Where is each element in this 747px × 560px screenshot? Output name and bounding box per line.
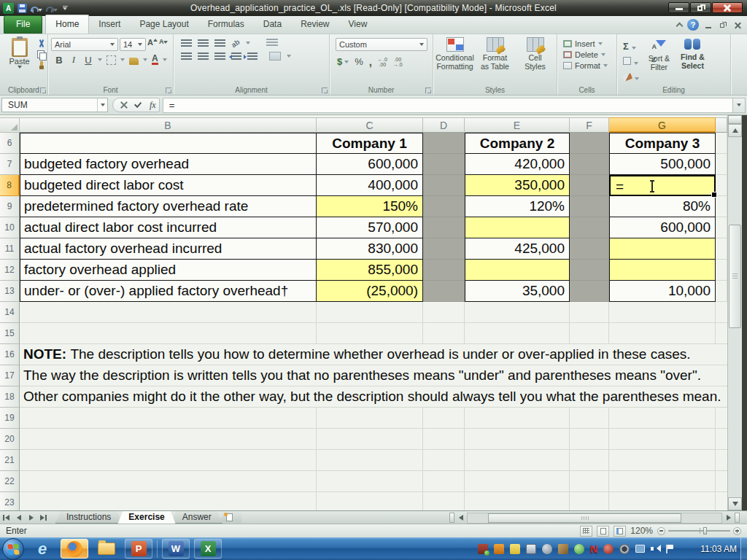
- tab-formulas[interactable]: Formulas: [198, 15, 254, 34]
- empty-cells[interactable]: [20, 429, 727, 450]
- note-cell-18[interactable]: Other companies might do it the other wa…: [20, 386, 727, 408]
- cell-c12[interactable]: 855,000: [317, 260, 423, 281]
- cell-e7[interactable]: 420,000: [465, 154, 570, 175]
- sort-filter-button[interactable]: AZ Sort &Filter: [642, 36, 676, 85]
- cell-d10-gray[interactable]: [423, 217, 465, 238]
- select-all-corner[interactable]: [0, 117, 20, 133]
- fill-button[interactable]: [623, 55, 639, 68]
- cell-d11-gray[interactable]: [423, 238, 465, 260]
- cell-b13[interactable]: under- or (over-) applied factory overhe…: [20, 281, 317, 302]
- sheet-tab-answer[interactable]: Answer: [171, 511, 222, 524]
- empty-cells[interactable]: [20, 450, 727, 471]
- workbook-close-icon[interactable]: [733, 21, 743, 29]
- row-header-18[interactable]: 18: [0, 386, 20, 408]
- font-dialog-launcher[interactable]: [166, 88, 171, 93]
- taskbar-firefox-button[interactable]: [61, 539, 88, 559]
- cell-e13[interactable]: 35,000: [465, 281, 570, 302]
- cell-b12[interactable]: factory overhead applied: [20, 260, 317, 281]
- wrap-text-icon[interactable]: [266, 39, 278, 47]
- align-center-icon[interactable]: [198, 52, 209, 61]
- zoom-in-icon[interactable]: [733, 527, 741, 535]
- bold-button[interactable]: B: [54, 55, 64, 66]
- workbook-restore-icon[interactable]: [719, 21, 728, 29]
- font-color-icon[interactable]: A: [152, 55, 158, 65]
- cell-g13[interactable]: 10,000: [609, 281, 716, 302]
- cell-b10[interactable]: actual direct labor cost incurred: [20, 217, 317, 238]
- row-header-7[interactable]: 7: [0, 154, 20, 175]
- row-header-20[interactable]: 20: [0, 429, 20, 450]
- row-header-23[interactable]: 23: [0, 492, 20, 510]
- row-header-19[interactable]: 19: [0, 408, 20, 429]
- tab-split-handle[interactable]: [735, 513, 740, 523]
- row-header-10[interactable]: 10: [0, 217, 20, 238]
- display-tray-icon[interactable]: [526, 544, 536, 554]
- cell-b8[interactable]: budgeted direct labor cost: [20, 175, 317, 196]
- start-button[interactable]: [2, 538, 24, 560]
- empty-cell[interactable]: [716, 217, 727, 238]
- delete-cells-button[interactable]: Delete: [563, 50, 611, 59]
- acrobat-tray-icon[interactable]: [574, 544, 584, 554]
- n-tray-icon[interactable]: N: [590, 543, 597, 555]
- insert-worksheet-tab[interactable]: [220, 512, 241, 523]
- column-header-c[interactable]: C: [317, 117, 423, 133]
- format-cells-button[interactable]: Format: [563, 61, 611, 70]
- cell-b6[interactable]: [20, 133, 317, 154]
- empty-cells[interactable]: [20, 323, 727, 344]
- column-header-b[interactable]: B: [20, 117, 317, 133]
- taskbar-clock[interactable]: 11:03 AM: [700, 544, 737, 554]
- cell-c13[interactable]: (25,000): [317, 281, 423, 302]
- zoom-slider-thumb[interactable]: [703, 527, 707, 534]
- row-header-11[interactable]: 11: [0, 238, 20, 260]
- conditional-formatting-button[interactable]: ConditionalFormatting: [435, 37, 475, 85]
- cell-d13-gray[interactable]: [423, 281, 465, 302]
- align-top-icon[interactable]: [181, 39, 192, 47]
- cell-c9[interactable]: 150%: [317, 196, 423, 217]
- security-tray-icon[interactable]: [478, 544, 488, 554]
- increase-decimal-icon[interactable]: ←.0 .00: [378, 57, 387, 67]
- row-header-9[interactable]: 9: [0, 196, 20, 217]
- scroll-up-icon[interactable]: [728, 124, 742, 137]
- align-bottom-icon[interactable]: [214, 39, 225, 47]
- format-as-table-button[interactable]: Formatas Table: [475, 37, 515, 85]
- scroll-down-icon[interactable]: [728, 497, 742, 510]
- cell-b11[interactable]: actual factory overhead incurred: [20, 238, 317, 260]
- messenger-tray-icon[interactable]: [542, 544, 552, 554]
- font-name-combo[interactable]: Arial: [51, 38, 118, 51]
- merge-center-icon[interactable]: [269, 52, 281, 61]
- cell-e6[interactable]: Company 2: [465, 133, 570, 154]
- help-icon[interactable]: ?: [687, 19, 699, 31]
- autosum-button[interactable]: Σ: [623, 39, 639, 52]
- close-button[interactable]: [712, 2, 743, 13]
- grow-font-button[interactable]: A: [147, 38, 158, 51]
- empty-cells[interactable]: [20, 408, 727, 429]
- row-header-8-selected[interactable]: 8: [0, 175, 20, 196]
- cell-e12[interactable]: [465, 260, 570, 281]
- vertical-scrollbar[interactable]: [727, 115, 742, 510]
- java-tray-icon[interactable]: [494, 544, 504, 554]
- last-sheet-icon[interactable]: [37, 512, 50, 523]
- taskbar-ie-icon[interactable]: e: [28, 539, 56, 559]
- enter-icon[interactable]: [134, 102, 143, 109]
- zoom-level[interactable]: 120%: [630, 526, 653, 536]
- decrease-indent-icon[interactable]: [231, 52, 241, 61]
- taskbar-excel-button[interactable]: X: [194, 539, 222, 559]
- workbook-minimize-icon[interactable]: [704, 21, 713, 29]
- cell-b9[interactable]: predetermined factory overhead rate: [20, 196, 317, 217]
- paint-tray-icon[interactable]: [558, 544, 568, 554]
- row-header-17[interactable]: 17: [0, 365, 20, 386]
- shrink-font-button[interactable]: A: [159, 38, 169, 51]
- cell-f8-gray[interactable]: [570, 175, 609, 196]
- cell-f13-gray[interactable]: [570, 281, 609, 302]
- cell-g7[interactable]: 500,000: [609, 154, 716, 175]
- cell-f6-gray[interactable]: [570, 133, 609, 154]
- empty-cell[interactable]: [716, 260, 727, 281]
- column-header-f[interactable]: F: [570, 117, 609, 133]
- font-color-dropdown-icon[interactable]: [163, 58, 167, 61]
- row-header-6[interactable]: 6: [0, 133, 20, 154]
- tab-review[interactable]: Review: [291, 15, 338, 34]
- cell-f7-gray[interactable]: [570, 154, 609, 175]
- cell-e10[interactable]: [465, 217, 570, 238]
- taskbar-explorer-icon[interactable]: [93, 539, 120, 559]
- restore-button[interactable]: [690, 2, 711, 13]
- row-header-13[interactable]: 13: [0, 281, 20, 302]
